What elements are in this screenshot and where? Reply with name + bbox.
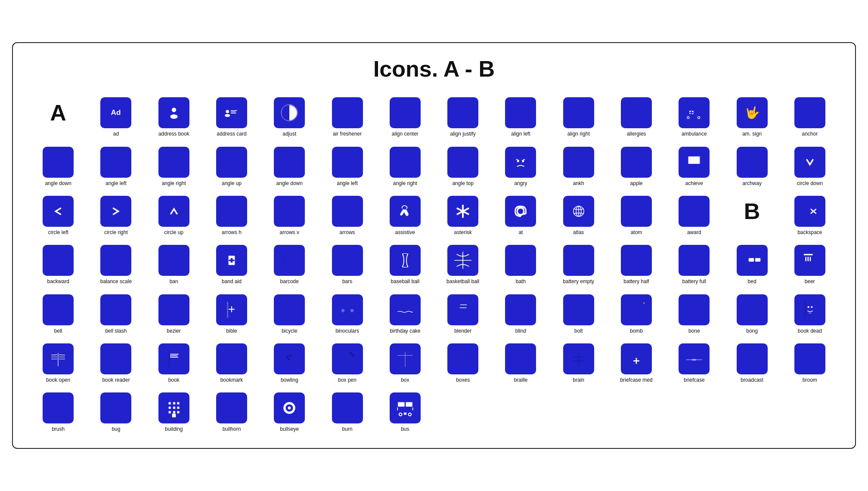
svg-rect-137 (755, 258, 760, 262)
icon-cell-letter-b: B (724, 193, 780, 238)
icon-label-bed: bed (748, 278, 756, 284)
icon-box-book-reader (100, 343, 131, 374)
icon-box-align-left (505, 97, 536, 128)
icon-label-briefcase: briefcase (684, 377, 705, 383)
icon-cell-arrows-v: arrows v (261, 193, 317, 238)
icon-label-battery-half: battery half (623, 278, 649, 284)
svg-rect-7 (166, 115, 168, 117)
svg-point-32 (639, 107, 642, 109)
icon-label-achieve: achieve (685, 180, 703, 186)
icon-box-book-dead (794, 294, 825, 325)
svg-point-238 (513, 361, 515, 364)
icon-label-battery-empty: battery empty (563, 278, 594, 284)
icon-label-angle-right-sm: angle right (393, 180, 417, 186)
icon-cell-bullhorn: bullhorn (204, 390, 260, 435)
svg-rect-21 (456, 110, 470, 112)
icon-label-assistive: assistive (395, 229, 415, 235)
icon-label-bowling: bowling (281, 377, 298, 383)
icon-box-box-pen (332, 343, 363, 374)
icon-label-bullhorn: bullhorn (223, 426, 241, 432)
icon-cell-book-reader: book reader (88, 341, 144, 386)
icon-box-bomb (621, 294, 652, 325)
icon-label-baseball-ball: baseball ball (391, 278, 419, 284)
icon-label-angle-up: angle up (222, 180, 242, 186)
icon-label-angle-top: angle top (452, 180, 473, 186)
svg-rect-114 (340, 264, 354, 266)
svg-line-256 (110, 400, 113, 402)
icon-box-bus (390, 392, 421, 423)
svg-rect-127 (628, 258, 636, 262)
icon-cell-angle-up: angle up (204, 144, 260, 189)
icon-label-align-center: align center (392, 131, 418, 137)
svg-rect-219 (170, 355, 177, 356)
svg-rect-27 (513, 117, 523, 119)
icon-box-bible (216, 294, 247, 325)
svg-rect-220 (170, 357, 178, 358)
icon-label-align-left: align left (511, 131, 530, 137)
icon-cell-assistive: assistive (377, 193, 433, 238)
svg-point-57 (107, 202, 125, 220)
icon-cell-bath: bath (493, 242, 549, 287)
svg-rect-291 (397, 408, 398, 411)
icon-box-briefcase-med (621, 343, 652, 374)
icon-cell-box: box (377, 341, 433, 386)
svg-rect-100 (285, 254, 285, 267)
icon-cell-blender: blender (435, 292, 491, 337)
svg-point-41 (698, 117, 700, 118)
svg-line-212 (59, 355, 65, 355)
icon-box-battery-half (621, 245, 652, 276)
svg-point-239 (517, 361, 519, 364)
icon-cell-binoculars: binoculars (319, 292, 375, 337)
icon-label-archway: archway (742, 180, 762, 186)
icon-cell-angry: angry (493, 144, 549, 189)
icon-label-boxes: boxes (456, 377, 470, 383)
svg-rect-141 (805, 257, 806, 261)
svg-point-77 (635, 210, 638, 213)
svg-point-222 (286, 356, 288, 358)
icon-label-bars: bars (342, 278, 352, 284)
icon-cell-ad: Adad (88, 95, 144, 139)
icon-cell-adjust: adjust (261, 95, 317, 139)
icon-cell-backspace: backspace (782, 193, 838, 238)
svg-point-191 (686, 304, 690, 307)
svg-rect-129 (701, 259, 703, 262)
icon-label-blender: blender (454, 328, 471, 334)
icon-cell-balance-scale: balance scale (88, 242, 144, 287)
icon-cell-angle-left-sm: angle left (319, 144, 375, 189)
svg-rect-5 (166, 108, 168, 109)
svg-rect-161 (287, 307, 291, 308)
svg-rect-154 (227, 302, 228, 318)
icon-box-backward (43, 245, 74, 276)
svg-line-264 (114, 416, 115, 417)
svg-line-209 (51, 355, 57, 355)
icon-box-angle-right-double (158, 147, 189, 178)
icon-label-box: box (401, 377, 409, 383)
svg-rect-102 (287, 254, 288, 267)
icon-label-bong: bong (746, 328, 758, 334)
icon-box-align-right (563, 97, 594, 128)
svg-point-241 (524, 361, 526, 364)
svg-rect-292 (412, 408, 413, 411)
icon-label-backward: backward (47, 278, 69, 284)
icon-box-binoculars (332, 294, 363, 325)
svg-rect-88 (112, 266, 120, 267)
svg-point-223 (289, 355, 291, 357)
svg-rect-101 (286, 254, 287, 267)
svg-line-186 (517, 311, 519, 318)
svg-rect-24 (513, 106, 528, 108)
svg-rect-98 (283, 254, 283, 267)
icon-label-building: building (165, 426, 183, 432)
svg-rect-86 (108, 261, 112, 262)
svg-rect-225 (338, 364, 348, 367)
icon-label-bomb: bomb (630, 328, 643, 334)
svg-rect-87 (120, 261, 124, 262)
icon-grid: AAdadaddress bookaddress cardadjustair f… (30, 95, 838, 435)
svg-rect-138 (803, 255, 813, 269)
icon-box-air-freshener (332, 97, 363, 128)
icon-box-bell-slash (100, 294, 131, 325)
icon-cell-air-freshener: air freshener (319, 95, 375, 139)
svg-rect-99 (284, 254, 285, 267)
icon-box-bowling (274, 343, 305, 374)
icon-cell-arrows-h: arrows h (204, 193, 260, 238)
icon-cell-book-open: book open (30, 341, 86, 386)
